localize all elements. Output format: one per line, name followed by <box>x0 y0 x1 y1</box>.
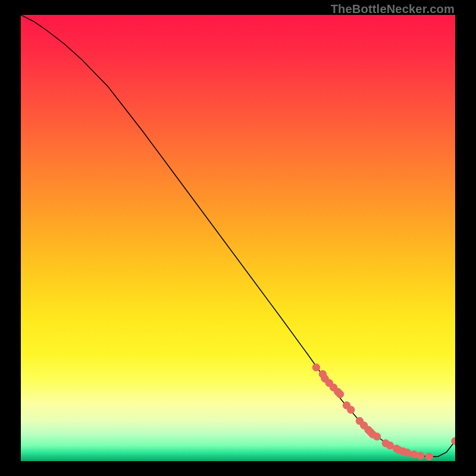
curve-marker-dot <box>452 437 455 444</box>
curve-marker-dot <box>410 451 417 458</box>
curve-marker-dot <box>425 453 433 460</box>
chart-frame: TheBottleNecker.com <box>0 0 476 476</box>
bottleneck-curve <box>21 15 455 457</box>
curve-marker-dot <box>347 406 355 414</box>
chart-overlay <box>21 15 455 461</box>
curve-marker-dot <box>416 452 424 459</box>
watermark-text: TheBottleNecker.com <box>331 2 455 16</box>
curve-marker-dot <box>312 364 320 371</box>
curve-marker-dot <box>373 433 380 440</box>
curve-marker-dot <box>336 390 343 397</box>
plot-area <box>21 15 455 461</box>
curve-marker-dot <box>404 449 411 456</box>
